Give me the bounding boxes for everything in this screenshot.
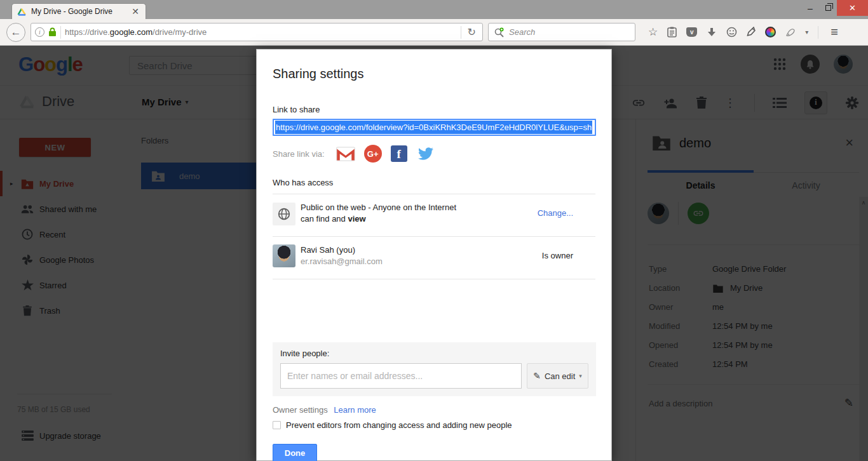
chevron-down-icon: ▾ bbox=[579, 373, 582, 379]
browser-search-input[interactable] bbox=[509, 27, 630, 37]
divider bbox=[273, 279, 595, 279]
share-via-row: Share link via: G+ f bbox=[273, 144, 595, 163]
browser-toolbar-icons: ☆ v bbox=[648, 25, 838, 39]
owner-settings-label: Owner settings bbox=[273, 405, 328, 415]
browser-navbar: ← i https://drive.google.com/drive/my-dr… bbox=[0, 19, 868, 46]
owner-role: Is owner bbox=[542, 251, 573, 260]
url-bar[interactable]: i https://drive.google.com/drive/my-driv… bbox=[31, 23, 483, 41]
permission-dropdown[interactable]: ✎ Can edit ▾ bbox=[527, 363, 588, 389]
invite-people-box: Invite people: ✎ Can edit ▾ bbox=[273, 342, 596, 396]
who-has-access-heading: Who has access bbox=[273, 178, 595, 187]
bookmarks-panel-icon[interactable] bbox=[667, 27, 677, 37]
toolbar-overflow-caret-icon[interactable]: ▾ bbox=[805, 29, 808, 36]
url-text[interactable]: https://drive.google.com/drive/my-drive bbox=[65, 27, 457, 37]
learn-more-link[interactable]: Learn more bbox=[334, 405, 376, 415]
drive-favicon bbox=[17, 8, 27, 16]
back-button[interactable]: ← bbox=[6, 23, 25, 42]
browser-search-bar[interactable] bbox=[488, 23, 635, 41]
access-subtitle: can find and view bbox=[301, 214, 366, 224]
extension-icon[interactable] bbox=[785, 28, 796, 37]
pen-extension-icon[interactable] bbox=[747, 27, 756, 37]
done-button[interactable]: Done bbox=[273, 444, 317, 461]
access-row-public: Public on the web - Anyone on the Intern… bbox=[273, 194, 595, 236]
share-link-input[interactable]: https://drive.google.com/folderview?id=0… bbox=[273, 119, 596, 136]
screen: My Drive - Google Drive ✕ – ✕ ← i https:… bbox=[0, 0, 868, 461]
owner-email: er.ravisah@gmail.com bbox=[301, 257, 383, 266]
sharing-settings-dialog: Sharing settings Link to share https://d… bbox=[256, 49, 612, 461]
share-link-value: https://drive.google.com/folderview?id=0… bbox=[275, 121, 592, 134]
prevent-editors-label: Prevent editors from changing access and… bbox=[286, 420, 512, 430]
prevent-editors-checkbox[interactable] bbox=[273, 421, 281, 429]
access-row-owner: Ravi Sah (you) er.ravisah@gmail.com Is o… bbox=[273, 237, 595, 279]
close-window-button[interactable]: ✕ bbox=[837, 0, 868, 16]
tab-title: My Drive - Google Drive bbox=[31, 7, 126, 16]
edit-pencil-icon: ✎ bbox=[533, 371, 541, 381]
public-globe-icon bbox=[273, 203, 295, 225]
tab-close-icon[interactable]: ✕ bbox=[130, 6, 140, 17]
share-googleplus-icon[interactable]: G+ bbox=[364, 145, 382, 163]
minimize-window-button[interactable]: – bbox=[801, 0, 819, 16]
share-twitter-icon[interactable] bbox=[416, 144, 435, 163]
owner-avatar bbox=[273, 244, 295, 267]
window-controls: – ✕ bbox=[801, 0, 868, 16]
search-icon bbox=[494, 27, 505, 37]
invite-people-input[interactable] bbox=[280, 363, 522, 389]
prevent-editors-row: Prevent editors from changing access and… bbox=[273, 420, 595, 430]
owner-settings-row: Owner settings Learn more bbox=[273, 405, 595, 415]
smiley-extension-icon[interactable] bbox=[726, 27, 737, 37]
https-lock-icon[interactable] bbox=[48, 27, 57, 37]
browser-tab[interactable]: My Drive - Google Drive ✕ bbox=[11, 3, 146, 19]
access-title: Public on the web - Anyone on the Intern… bbox=[301, 203, 456, 212]
invite-people-label: Invite people: bbox=[280, 349, 588, 358]
urlbar-separator bbox=[461, 26, 461, 39]
restore-icon bbox=[825, 5, 831, 11]
permission-label: Can edit bbox=[545, 371, 575, 381]
bookmark-star-icon[interactable]: ☆ bbox=[648, 25, 658, 39]
share-gmail-icon[interactable] bbox=[336, 144, 355, 163]
restore-window-button[interactable] bbox=[819, 0, 837, 16]
owner-name: Ravi Sah (you) bbox=[301, 245, 355, 255]
link-to-share-label: Link to share bbox=[273, 105, 595, 114]
pocket-icon[interactable]: v bbox=[686, 27, 697, 37]
change-access-link[interactable]: Change... bbox=[538, 208, 573, 218]
reload-icon[interactable]: ↻ bbox=[465, 26, 478, 38]
dialog-title: Sharing settings bbox=[273, 67, 595, 81]
urlbar-separator bbox=[60, 26, 61, 39]
toolbar-separator bbox=[818, 26, 818, 39]
colorpicker-extension-icon[interactable] bbox=[765, 27, 776, 37]
site-identity-icon[interactable]: i bbox=[35, 27, 44, 37]
share-facebook-icon[interactable]: f bbox=[391, 145, 407, 162]
downloads-icon[interactable] bbox=[707, 27, 717, 37]
drive-page: Google bbox=[0, 46, 868, 461]
share-via-label: Share link via: bbox=[273, 149, 325, 159]
menu-icon[interactable]: ≡ bbox=[831, 25, 838, 39]
browser-titlebar: My Drive - Google Drive ✕ – ✕ bbox=[0, 0, 868, 19]
